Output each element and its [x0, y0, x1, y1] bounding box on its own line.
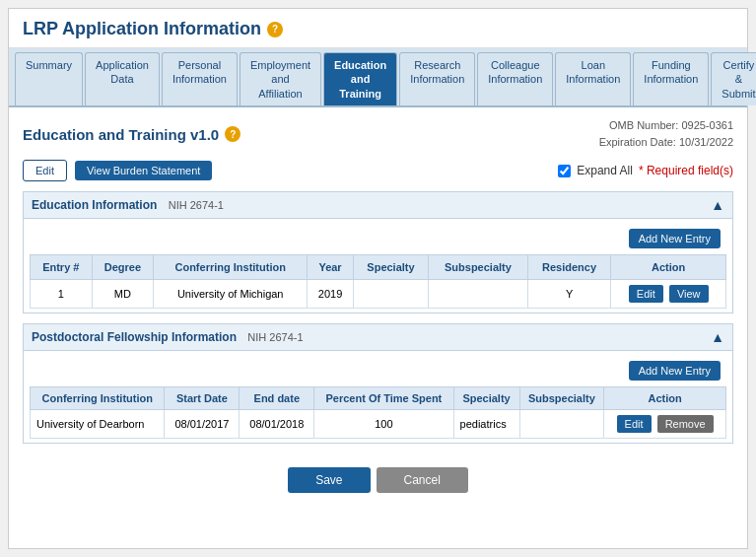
- col-action: Action: [611, 255, 726, 280]
- education-edit-button[interactable]: Edit: [629, 285, 663, 303]
- education-section: Education Information NIH 2674-1 ▲ Add N…: [23, 191, 733, 313]
- tab-loan-information[interactable]: Loan Information: [555, 52, 631, 105]
- education-table: Entry # Degree Conferring Institution Ye…: [30, 254, 726, 309]
- tab-research-information[interactable]: Research Information: [399, 52, 475, 105]
- pf-col-action: Action: [604, 387, 726, 410]
- pf-col-specialty: Specialty: [453, 387, 519, 410]
- tab-personal-information[interactable]: Personal Information: [162, 52, 238, 105]
- pf-col-end: End date: [240, 387, 314, 410]
- col-institution: Conferring Institution: [154, 255, 308, 280]
- postdoc-section: Postdoctoral Fellowship Information NIH …: [23, 323, 733, 444]
- postdoc-section-nih: NIH 2674-1: [247, 331, 303, 343]
- required-fields-label: * Required field(s): [639, 164, 733, 177]
- pf-specialty: pediatrics: [453, 410, 519, 439]
- degree: MD: [92, 280, 154, 309]
- education-section-header: Education Information NIH 2674-1 ▲: [24, 192, 732, 219]
- page-title-text: LRP Application Information: [23, 19, 261, 39]
- postdoc-edit-button[interactable]: Edit: [617, 415, 652, 433]
- tab-application-data[interactable]: Application Data: [85, 52, 160, 105]
- toolbar: Edit View Burden Statement Expand All * …: [23, 160, 733, 181]
- postdoc-remove-button[interactable]: Remove: [657, 415, 714, 433]
- col-residency: Residency: [527, 255, 611, 280]
- postdoc-add-button[interactable]: Add New Entry: [629, 361, 721, 381]
- section-help-icon[interactable]: ?: [225, 126, 241, 142]
- footer-actions: Save Cancel: [23, 457, 733, 503]
- col-year: Year: [308, 255, 354, 280]
- postdoc-section-header: Postdoctoral Fellowship Information NIH …: [24, 324, 732, 351]
- col-entry: Entry #: [31, 255, 93, 280]
- pf-col-subspecialty: Subspecialty: [519, 387, 604, 410]
- tab-funding-information[interactable]: Funding Information: [633, 52, 709, 105]
- postdoc-section-title: Postdoctoral Fellowship Information: [32, 330, 237, 344]
- subspecialty: [429, 280, 528, 309]
- tab-bar: Summary Application Data Personal Inform…: [9, 48, 747, 107]
- pf-end-date: 08/01/2018: [240, 410, 314, 439]
- specialty: [353, 280, 428, 309]
- edit-button[interactable]: Edit: [23, 160, 67, 181]
- education-section-title: Education Information: [32, 198, 157, 212]
- pf-col-start: Start Date: [165, 387, 240, 410]
- view-burden-button[interactable]: View Burden Statement: [75, 161, 212, 180]
- cancel-button[interactable]: Cancel: [377, 467, 468, 493]
- pf-start-date: 08/01/2017: [165, 410, 240, 439]
- meta-info: OMB Number: 0925-0361 Expiration Date: 1…: [599, 117, 733, 152]
- year: 2019: [308, 280, 354, 309]
- action-cell: Edit View: [611, 280, 726, 309]
- residency: Y: [527, 280, 611, 309]
- pf-institution: University of Dearborn: [31, 410, 165, 439]
- education-view-button[interactable]: View: [669, 285, 709, 303]
- tab-colleague-information[interactable]: Colleague Information: [477, 52, 553, 105]
- tab-certify-submit[interactable]: Certify & Submit: [711, 52, 756, 105]
- page-help-icon[interactable]: ?: [267, 22, 283, 37]
- tab-employment-affiliation[interactable]: Employment and Affiliation: [240, 52, 321, 105]
- pf-action-cell: Edit Remove: [604, 410, 726, 439]
- expand-all-label: Expand All: [577, 164, 633, 177]
- table-row: University of Dearborn 08/01/2017 08/01/…: [31, 410, 726, 439]
- tab-summary[interactable]: Summary: [15, 52, 83, 105]
- pf-subspecialty: [519, 410, 604, 439]
- pf-col-institution: Conferring Institution: [31, 387, 165, 410]
- section-title: Education and Training v1.0 ?: [23, 126, 241, 143]
- col-specialty: Specialty: [353, 255, 428, 280]
- expand-all-checkbox[interactable]: [558, 165, 571, 177]
- education-section-nih: NIH 2674-1: [169, 199, 224, 211]
- save-button[interactable]: Save: [288, 467, 370, 493]
- pf-percent: 100: [314, 410, 453, 439]
- pf-col-percent: Percent Of Time Spent: [314, 387, 453, 410]
- page-title: LRP Application Information ?: [9, 9, 747, 48]
- education-collapse-arrow[interactable]: ▲: [711, 197, 724, 213]
- education-add-button[interactable]: Add New Entry: [629, 229, 721, 248]
- col-degree: Degree: [92, 255, 154, 280]
- table-row: 1 MD University of Michigan 2019 Y Edit …: [31, 280, 726, 309]
- col-subspecialty: Subspecialty: [429, 255, 528, 280]
- conferring-institution: University of Michigan: [154, 280, 308, 309]
- tab-education-training[interactable]: Education and Training: [323, 52, 397, 105]
- entry-number: 1: [31, 280, 93, 309]
- postdoc-collapse-arrow[interactable]: ▲: [711, 329, 724, 345]
- postdoc-table: Conferring Institution Start Date End da…: [30, 386, 726, 439]
